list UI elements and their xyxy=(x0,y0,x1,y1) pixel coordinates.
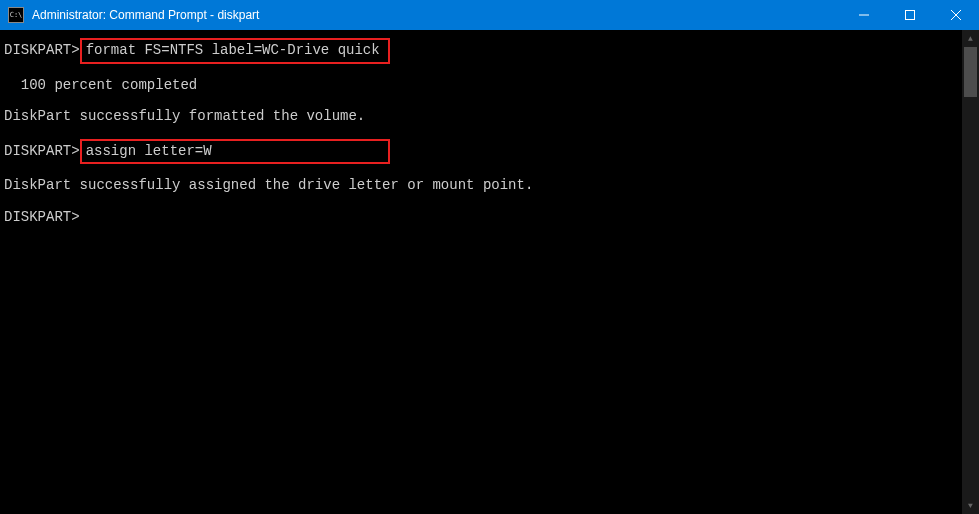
blank-line xyxy=(4,127,962,139)
content-area: DISKPART> format FS=NTFS label=WC-Drive … xyxy=(0,30,979,514)
titlebar[interactable]: C:\ Administrator: Command Prompt - disk… xyxy=(0,0,979,30)
prompt-line: DISKPART> xyxy=(4,208,962,228)
highlighted-command: format FS=NTFS label=WC-Drive quick xyxy=(80,38,390,64)
app-icon: C:\ xyxy=(8,7,24,23)
output-line: DiskPart successfully assigned the drive… xyxy=(4,176,962,196)
prompt-line: DISKPART> format FS=NTFS label=WC-Drive … xyxy=(4,38,962,64)
blank-line xyxy=(4,64,962,76)
prompt-text: DISKPART> xyxy=(4,142,80,162)
maximize-button[interactable] xyxy=(887,0,933,30)
close-button[interactable] xyxy=(933,0,979,30)
vertical-scrollbar[interactable]: ▲ ▼ xyxy=(962,30,979,514)
scrollbar-thumb[interactable] xyxy=(964,47,977,97)
terminal-output[interactable]: DISKPART> format FS=NTFS label=WC-Drive … xyxy=(0,30,962,514)
svg-rect-1 xyxy=(906,11,915,20)
prompt-line: DISKPART> assign letter=W xyxy=(4,139,962,165)
prompt-text: DISKPART> xyxy=(4,208,88,228)
scroll-down-button[interactable]: ▼ xyxy=(962,497,979,514)
output-line: 100 percent completed xyxy=(4,76,962,96)
window-controls xyxy=(841,0,979,30)
minimize-button[interactable] xyxy=(841,0,887,30)
blank-line xyxy=(4,196,962,208)
prompt-text: DISKPART> xyxy=(4,41,80,61)
output-line: DiskPart successfully formatted the volu… xyxy=(4,107,962,127)
blank-line xyxy=(4,95,962,107)
blank-line xyxy=(4,164,962,176)
window-title: Administrator: Command Prompt - diskpart xyxy=(30,8,841,22)
command-prompt-window: C:\ Administrator: Command Prompt - disk… xyxy=(0,0,979,514)
highlighted-command: assign letter=W xyxy=(80,139,390,165)
scroll-up-button[interactable]: ▲ xyxy=(962,30,979,47)
scrollbar-track[interactable] xyxy=(962,47,979,497)
